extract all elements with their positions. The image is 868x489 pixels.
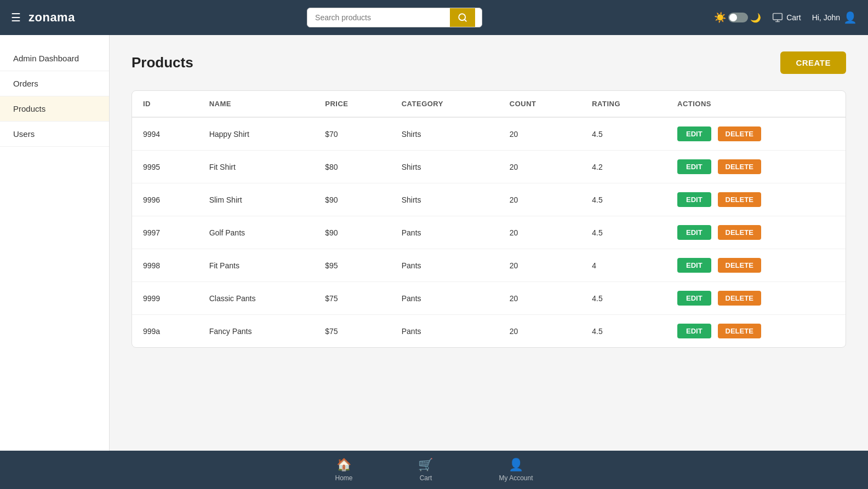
footer-cart-icon: 🛒 xyxy=(418,458,433,472)
col-count: COUNT xyxy=(499,91,581,117)
delete-button[interactable]: DELETE xyxy=(718,126,761,141)
table-body: 9994 Happy Shirt $70 Shirts 20 4.5 EDIT … xyxy=(132,117,846,347)
edit-button[interactable]: EDIT xyxy=(677,324,711,338)
cell-name: Golf Pants xyxy=(198,216,315,249)
table-header: ID NAME PRICE CATEGORY COUNT RATING ACTI… xyxy=(132,91,846,117)
cell-category: Pants xyxy=(391,249,499,282)
header-left: ☰ zonama xyxy=(11,10,75,25)
sun-icon: ☀️ xyxy=(714,11,726,24)
cell-rating: 4.5 xyxy=(581,216,666,249)
cell-category: Shirts xyxy=(391,117,499,151)
cell-name: Fancy Pants xyxy=(198,315,315,348)
cell-name: Classic Pants xyxy=(198,282,315,315)
logo: zonama xyxy=(28,10,75,25)
cell-id: 9998 xyxy=(132,249,198,282)
cell-actions: EDIT DELETE xyxy=(666,249,846,282)
table-row: 9999 Classic Pants $75 Pants 20 4.5 EDIT… xyxy=(132,282,846,315)
cell-rating: 4.2 xyxy=(581,151,666,183)
greeting-text: Hi, John xyxy=(812,13,840,22)
cell-id: 9999 xyxy=(132,282,198,315)
cell-id: 9995 xyxy=(132,151,198,183)
search-input[interactable] xyxy=(307,9,450,26)
cell-actions: EDIT DELETE xyxy=(666,216,846,249)
edit-button[interactable]: EDIT xyxy=(677,126,711,141)
create-button[interactable]: CREATE xyxy=(780,51,846,74)
cell-price: $95 xyxy=(314,249,390,282)
cell-category: Pants xyxy=(391,282,499,315)
col-category: CATEGORY xyxy=(391,91,499,117)
cart-label: Cart xyxy=(786,13,801,22)
cell-name: Fit Shirt xyxy=(198,151,315,183)
cell-id: 9994 xyxy=(132,117,198,151)
cell-price: $90 xyxy=(314,216,390,249)
col-id: ID xyxy=(132,91,198,117)
footer-account-label: My Account xyxy=(499,474,533,482)
edit-button[interactable]: EDIT xyxy=(677,225,711,240)
cell-count: 20 xyxy=(499,117,581,151)
page-title: Products xyxy=(132,54,193,71)
table-row: 999a Fancy Pants $75 Pants 20 4.5 EDIT D… xyxy=(132,315,846,348)
footer-account-icon: 👤 xyxy=(509,458,523,472)
cell-category: Shirts xyxy=(391,151,499,183)
delete-button[interactable]: DELETE xyxy=(718,159,761,174)
sidebar: Admin Dashboard Orders Products Users xyxy=(0,35,110,451)
sidebar-item-products[interactable]: Products xyxy=(0,96,109,122)
edit-button[interactable]: EDIT xyxy=(677,192,711,207)
cell-count: 20 xyxy=(499,183,581,216)
delete-button[interactable]: DELETE xyxy=(718,192,761,207)
cell-rating: 4.5 xyxy=(581,183,666,216)
header-right: ☀️ 🌙 Cart Hi, John 👤 xyxy=(714,11,857,24)
delete-button[interactable]: DELETE xyxy=(718,258,761,273)
cell-id: 999a xyxy=(132,315,198,348)
cell-rating: 4.5 xyxy=(581,282,666,315)
cell-category: Pants xyxy=(391,315,499,348)
search-icon xyxy=(458,13,467,22)
cell-name: Happy Shirt xyxy=(198,117,315,151)
cell-id: 9997 xyxy=(132,216,198,249)
theme-toggle[interactable]: ☀️ 🌙 xyxy=(714,11,761,24)
col-name: NAME xyxy=(198,91,315,117)
footer-item-cart[interactable]: 🛒 Cart xyxy=(418,458,433,482)
table-row: 9995 Fit Shirt $80 Shirts 20 4.2 EDIT DE… xyxy=(132,151,846,183)
cart-link[interactable]: Cart xyxy=(772,12,801,23)
cell-price: $75 xyxy=(314,315,390,348)
cell-name: Fit Pants xyxy=(198,249,315,282)
footer-cart-label: Cart xyxy=(420,474,432,482)
delete-button[interactable]: DELETE xyxy=(718,291,761,306)
footer-home-label: Home xyxy=(335,474,352,482)
search-button[interactable] xyxy=(450,8,475,27)
cell-actions: EDIT DELETE xyxy=(666,183,846,216)
toggle-knob xyxy=(729,14,737,21)
cell-rating: 4.5 xyxy=(581,315,666,348)
sidebar-item-admin-dashboard[interactable]: Admin Dashboard xyxy=(0,46,109,71)
content: Products CREATE ID NAME PRICE CATEGORY C… xyxy=(110,35,868,451)
footer-item-home[interactable]: 🏠 Home xyxy=(335,458,352,482)
col-price: PRICE xyxy=(314,91,390,117)
delete-button[interactable]: DELETE xyxy=(718,324,761,338)
edit-button[interactable]: EDIT xyxy=(677,291,711,306)
col-actions: ACTIONS xyxy=(666,91,846,117)
cell-actions: EDIT DELETE xyxy=(666,282,846,315)
col-rating: RATING xyxy=(581,91,666,117)
table-row: 9998 Fit Pants $95 Pants 20 4 EDIT DELET… xyxy=(132,249,846,282)
cell-price: $80 xyxy=(314,151,390,183)
user-icon: 👤 xyxy=(843,11,857,24)
edit-button[interactable]: EDIT xyxy=(677,258,711,273)
cell-count: 20 xyxy=(499,282,581,315)
header: ☰ zonama ☀️ 🌙 Cart Hi, John 👤 xyxy=(0,0,868,35)
sidebar-item-users[interactable]: Users xyxy=(0,122,109,147)
cell-actions: EDIT DELETE xyxy=(666,151,846,183)
edit-button[interactable]: EDIT xyxy=(677,159,711,174)
cell-rating: 4.5 xyxy=(581,117,666,151)
table-row: 9996 Slim Shirt $90 Shirts 20 4.5 EDIT D… xyxy=(132,183,846,216)
sidebar-item-orders[interactable]: Orders xyxy=(0,71,109,96)
hamburger-icon[interactable]: ☰ xyxy=(11,11,21,24)
table-row: 9994 Happy Shirt $70 Shirts 20 4.5 EDIT … xyxy=(132,117,846,151)
delete-button[interactable]: DELETE xyxy=(718,225,761,240)
cell-rating: 4 xyxy=(581,249,666,282)
cart-icon xyxy=(772,12,783,23)
footer-item-account[interactable]: 👤 My Account xyxy=(499,458,533,482)
svg-rect-2 xyxy=(773,14,783,20)
theme-toggle-switch[interactable] xyxy=(728,13,748,22)
cell-price: $75 xyxy=(314,282,390,315)
